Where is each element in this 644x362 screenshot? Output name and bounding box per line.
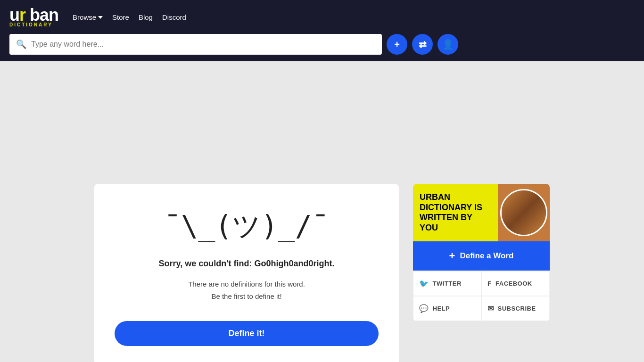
search-bar: 🔍 [9, 34, 382, 55]
nav: Browse Store Blog Discord [73, 13, 186, 21]
twitter-label: TWITTER [433, 280, 462, 287]
subscribe-icon: ✉ [487, 304, 494, 313]
sidebar-promo: URBAN DICTIONARY IS WRITTEN BY YOU [413, 184, 550, 241]
logo-urban: uR ban [9, 7, 58, 24]
nav-browse[interactable]: Browse [73, 13, 103, 21]
promo-image [498, 184, 550, 241]
user-icon: 👤 [442, 39, 454, 50]
error-desc-line2: Be the first to define it! [188, 290, 305, 303]
define-word-label: Define a Word [460, 251, 513, 261]
nav-store[interactable]: Store [112, 13, 129, 21]
error-description: There are no definitions for this word. … [188, 278, 305, 302]
help-label: HELP [433, 305, 450, 312]
nav-browse-link[interactable]: Browse [73, 13, 96, 21]
subscribe-label: SUBSCRIBE [498, 305, 536, 312]
ad-space [0, 61, 644, 170]
sidebar-card: URBAN DICTIONARY IS WRITTEN BY YOU + Def… [413, 184, 550, 321]
sidebar-link-facebook[interactable]: f FACEBOOK [481, 271, 550, 296]
search-input[interactable] [31, 40, 375, 49]
logo[interactable]: uR ban DICTIONARY [9, 7, 58, 27]
sidebar-link-help[interactable]: 💬 HELP [413, 296, 481, 321]
nav-blog[interactable]: Blog [139, 13, 153, 21]
promo-text: URBAN DICTIONARY IS WRITTEN BY YOU [413, 184, 498, 241]
logo-dictionary: DICTIONARY [9, 23, 58, 27]
plus-icon: + [394, 39, 400, 50]
error-desc-line1: There are no definitions for this word. [188, 278, 305, 290]
facebook-label: FACEBOOK [495, 280, 532, 287]
help-icon: 💬 [419, 304, 429, 313]
user-button[interactable]: 👤 [438, 34, 458, 55]
facebook-icon: f [487, 280, 492, 288]
shuffle-icon: ⇄ [419, 39, 427, 50]
define-word-button[interactable]: + Define a Word [413, 241, 550, 271]
define-word-plus-icon: + [449, 250, 455, 262]
shuffle-button[interactable]: ⇄ [412, 34, 433, 55]
error-title: Sorry, we couldn't find: Go0high0and0rig… [159, 259, 335, 269]
shrug-emoticon: ¯\_(ツ)_/¯ [164, 207, 329, 246]
promo-image-circle [500, 189, 547, 236]
nav-discord[interactable]: Discord [162, 13, 186, 21]
sidebar-links: 🐦 TWITTER f FACEBOOK 💬 HELP ✉ SUBSCRIBE [413, 271, 550, 321]
twitter-icon: 🐦 [419, 279, 429, 288]
promo-image-inner [502, 190, 546, 235]
error-card: ¯\_(ツ)_/¯ Sorry, we couldn't find: Go0hi… [94, 184, 399, 362]
sidebar-link-subscribe[interactable]: ✉ SUBSCRIBE [481, 296, 550, 321]
define-it-button[interactable]: Define it! [115, 321, 379, 346]
add-button[interactable]: + [387, 34, 407, 55]
main-content: ¯\_(ツ)_/¯ Sorry, we couldn't find: Go0hi… [0, 170, 644, 362]
header: uR ban DICTIONARY Browse Store Blog Disc… [0, 0, 644, 61]
sidebar-link-twitter[interactable]: 🐦 TWITTER [413, 271, 481, 296]
search-icon: 🔍 [16, 39, 26, 49]
chevron-down-icon [98, 16, 103, 19]
